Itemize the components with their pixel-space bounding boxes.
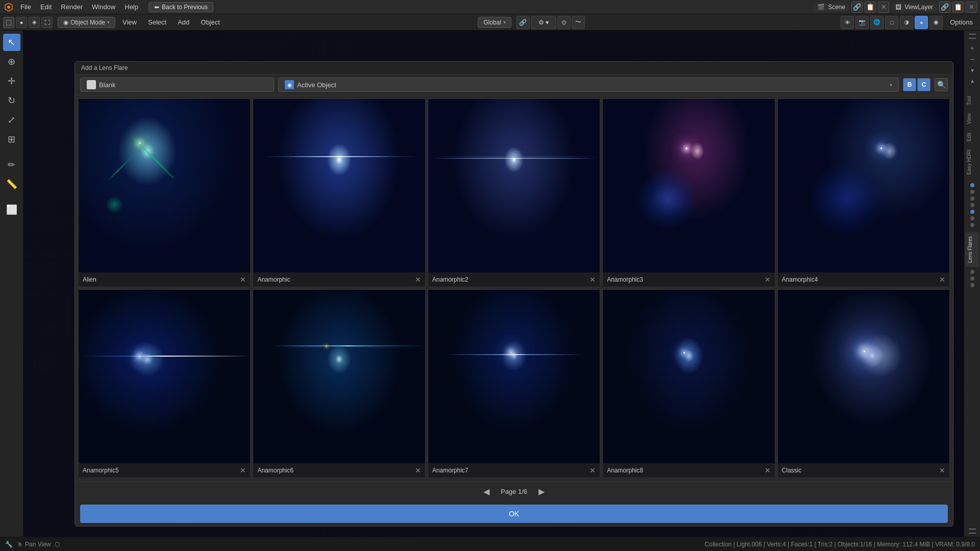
- right-dots: [964, 179, 980, 231]
- close-anamorphic3[interactable]: ✕: [765, 276, 771, 283]
- collection-info: Collection | Light.006 | Verts:4 | Faces…: [705, 541, 975, 548]
- tab-view[interactable]: View: [964, 109, 980, 129]
- prev-page-button[interactable]: ◀: [480, 486, 493, 497]
- flare-item-anamorphic[interactable]: Anamorphic ✕: [253, 98, 425, 287]
- flare-item-anamorphic8[interactable]: Anamorphic8 ✕: [602, 289, 775, 478]
- flare-item-anamorphic2[interactable]: Anamorphic2 ✕: [428, 98, 600, 287]
- close-anamorphic5[interactable]: ✕: [240, 467, 246, 474]
- object-menu[interactable]: Object: [197, 17, 224, 28]
- b-button[interactable]: B: [903, 78, 916, 91]
- menu-window[interactable]: Window: [88, 2, 119, 12]
- shading-solid-icon[interactable]: ◑: [900, 16, 913, 29]
- close-anamorphic6[interactable]: ✕: [415, 467, 421, 474]
- drag-handle-2[interactable]: [969, 38, 976, 39]
- close-anamorphic4[interactable]: ✕: [939, 276, 945, 283]
- menu-help[interactable]: Help: [120, 2, 142, 12]
- flare-item-anamorphic4[interactable]: Anamorphic4 ✕: [777, 98, 950, 287]
- close-anamorphic8[interactable]: ✕: [765, 467, 771, 474]
- camera-icon[interactable]: 📷: [855, 16, 869, 29]
- copy-icon[interactable]: 📋: [865, 2, 876, 13]
- active-obj-dropdown-arrow: ▾: [890, 82, 892, 88]
- measure-tool[interactable]: 📏: [3, 176, 20, 193]
- flare-item-alien[interactable]: Alien ✕: [78, 98, 251, 287]
- flare-item-anamorphic7[interactable]: Anamorphic7 ✕: [428, 289, 600, 478]
- link-viewlayer-icon[interactable]: 🔗: [939, 2, 950, 13]
- blank-button[interactable]: Blank: [80, 78, 274, 92]
- dot-1: [970, 190, 974, 194]
- proportional-icon[interactable]: ⊙: [557, 16, 571, 29]
- left-toolbar: ↖ ⊕ ✛ ↻ ⤢ ⊞ ✏ 📏 ⬜: [0, 31, 23, 537]
- global-selector[interactable]: Global ▾: [478, 17, 511, 28]
- menu-edit[interactable]: Edit: [36, 2, 56, 12]
- flare-item-anamorphic6[interactable]: Anamorphic6 ✕: [253, 289, 425, 478]
- scene-selector[interactable]: 🎬 Scene: [813, 3, 849, 12]
- lasso-icon[interactable]: ⛶: [41, 17, 53, 28]
- alien-dot: [104, 194, 125, 215]
- c-button[interactable]: C: [917, 78, 930, 91]
- active-object-selector[interactable]: ◉ Active Object ▾: [278, 78, 899, 92]
- back-to-previous-button[interactable]: ⬅ Back to Previous: [149, 2, 213, 12]
- close-scene-icon[interactable]: ✕: [878, 2, 889, 13]
- tweak-icon[interactable]: ◈: [29, 17, 40, 28]
- snap-icon[interactable]: 🔗: [517, 16, 530, 29]
- tab-lens-flares[interactable]: Lens Flares: [965, 232, 979, 267]
- shading-material-icon[interactable]: ●: [915, 16, 928, 29]
- dot-blue: [970, 183, 974, 187]
- menu-file[interactable]: File: [16, 2, 35, 12]
- add-lens-flare-dialog: Add a Lens Flare Blank ◉ Active Object ▾…: [75, 61, 953, 527]
- minus-icon[interactable]: −: [967, 54, 977, 64]
- viewlayer-selector[interactable]: 🖼 ViewLayer: [891, 3, 937, 12]
- select-box-icon[interactable]: ⬚: [3, 17, 14, 28]
- plus-icon[interactable]: +: [967, 43, 977, 53]
- drag-handle-1[interactable]: [969, 34, 976, 35]
- flare-item-anamorphic5[interactable]: Anamorphic5 ✕: [78, 289, 251, 478]
- close-anamorphic7[interactable]: ✕: [590, 467, 596, 474]
- next-page-button[interactable]: ▶: [535, 486, 548, 497]
- flare6-streak: [271, 345, 425, 346]
- copy-viewlayer-icon[interactable]: 📋: [952, 2, 964, 13]
- flare-label-anamorphic6: Anamorphic6 ✕: [253, 463, 425, 478]
- status-bar: 🔧 🖱 Pan View ⬡ Collection | Light.006 | …: [0, 537, 980, 551]
- flare-item-classic[interactable]: Classic ✕: [777, 289, 950, 478]
- select-menu[interactable]: Select: [144, 17, 170, 28]
- flare-label-anamorphic7: Anamorphic7 ✕: [428, 463, 600, 478]
- add-cube-tool[interactable]: ⬜: [3, 201, 20, 218]
- dialog-title: Add a Lens Flare: [75, 62, 953, 74]
- ok-button[interactable]: OK: [80, 505, 948, 523]
- close-anamorphic[interactable]: ✕: [415, 276, 421, 283]
- tab-tool[interactable]: Tool: [964, 92, 980, 109]
- dot-5: [970, 223, 974, 227]
- chevron-up-icon[interactable]: ▾: [967, 77, 977, 87]
- annotate-tool[interactable]: ✏: [3, 156, 20, 173]
- snap-options[interactable]: ⚙ ▾: [531, 16, 556, 29]
- transform-tool[interactable]: ⊞: [3, 131, 20, 148]
- options-btn[interactable]: Options: [946, 17, 977, 28]
- rotate-tool[interactable]: ↻: [3, 92, 20, 109]
- close-classic[interactable]: ✕: [939, 467, 945, 474]
- search-button[interactable]: 🔍: [935, 78, 948, 91]
- globe-icon[interactable]: 🌐: [870, 16, 884, 29]
- flare-item-anamorphic3[interactable]: Anamorphic3 ✕: [602, 98, 775, 287]
- add-menu[interactable]: Add: [174, 17, 193, 28]
- link-icon[interactable]: 🔗: [851, 2, 863, 13]
- view-menu[interactable]: View: [118, 17, 141, 28]
- top-bar: File Edit Render Window Help ⬅ Back to P…: [0, 0, 980, 14]
- shading-render-icon[interactable]: ◉: [929, 16, 943, 29]
- wave-icon[interactable]: 〜: [572, 16, 585, 29]
- object-mode-selector[interactable]: ◉ Object Mode ▾: [58, 17, 115, 28]
- tab-edit[interactable]: Edit: [964, 129, 980, 145]
- shading-wire-icon[interactable]: □: [885, 16, 898, 29]
- chevron-down-icon[interactable]: ▾: [967, 65, 977, 76]
- menu-render[interactable]: Render: [57, 2, 87, 12]
- circle-icon[interactable]: ●: [16, 17, 27, 28]
- close-viewlayer-icon[interactable]: ✕: [966, 2, 977, 13]
- close-alien[interactable]: ✕: [240, 276, 246, 283]
- close-anamorphic2[interactable]: ✕: [590, 276, 596, 283]
- cursor-tool[interactable]: ⊕: [3, 53, 20, 70]
- eye-icon[interactable]: 👁: [841, 16, 854, 29]
- select-tool[interactable]: ↖: [3, 34, 20, 51]
- engine-icon: 🔧: [5, 541, 13, 548]
- scale-tool[interactable]: ⤢: [3, 111, 20, 129]
- move-tool[interactable]: ✛: [3, 72, 20, 90]
- tab-easy-hdri[interactable]: Easy HDRI: [964, 145, 980, 179]
